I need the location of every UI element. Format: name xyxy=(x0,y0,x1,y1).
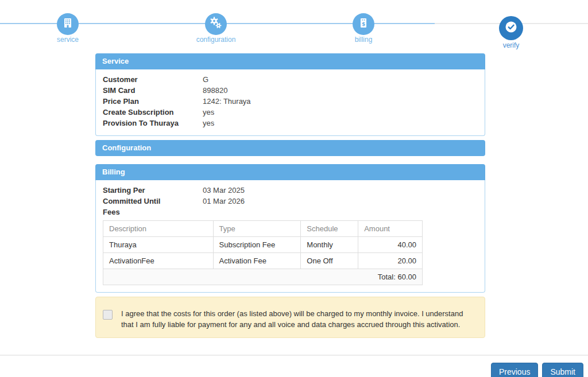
field-label: Price Plan xyxy=(103,96,203,107)
submit-button[interactable]: Submit xyxy=(542,363,583,377)
step-billing[interactable]: $ xyxy=(353,13,374,35)
field-label: Committed Until xyxy=(103,196,203,207)
step-configuration-label[interactable]: configuration xyxy=(176,36,256,44)
gears-icon xyxy=(209,16,223,32)
footer-divider xyxy=(0,355,588,356)
service-row-create-subscription: Create Subscriptionyes xyxy=(103,107,478,118)
fees-total-row: Total: 60.00 xyxy=(103,269,423,285)
invoice-icon: $ xyxy=(357,17,370,32)
field-label: SIM Card xyxy=(103,85,203,96)
field-value: yes xyxy=(203,108,214,116)
previous-button[interactable]: Previous xyxy=(491,363,538,377)
agreement-text: I agree that the costs for this order (a… xyxy=(121,308,475,330)
field-value: 898820 xyxy=(203,86,227,95)
fee-description: Thuraya xyxy=(103,237,214,253)
billing-panel: Billing Starting Per03 Mar 2025 Committe… xyxy=(95,164,485,293)
check-icon xyxy=(503,19,519,37)
fees-header-row: Description Type Schedule Amount xyxy=(103,221,423,237)
service-panel-body: CustomerG SIM Card898820 Price Plan1242:… xyxy=(95,69,485,136)
field-value: 01 Mar 2026 xyxy=(203,197,245,205)
fees-col-type: Type xyxy=(213,221,301,237)
fees-total: Total: 60.00 xyxy=(103,269,423,285)
step-verify[interactable] xyxy=(499,16,523,40)
building-icon xyxy=(61,17,74,32)
field-label: Fees xyxy=(103,207,203,217)
fees-col-description: Description xyxy=(103,221,214,237)
fee-schedule: One Off xyxy=(301,253,358,269)
field-label: Provision To Thuraya xyxy=(103,118,203,129)
fee-amount: 40.00 xyxy=(358,237,423,253)
fees-table: Description Type Schedule Amount Thuraya… xyxy=(103,220,423,285)
field-value: 03 Mar 2025 xyxy=(203,186,245,195)
fee-amount: 20.00 xyxy=(358,253,423,269)
fees-col-amount: Amount xyxy=(358,221,423,237)
step-service-label[interactable]: service xyxy=(28,36,108,44)
field-value: 1242: Thuraya xyxy=(203,97,251,106)
step-configuration[interactable] xyxy=(205,13,227,35)
step-service[interactable] xyxy=(57,13,79,35)
fee-type: Subscription Fee xyxy=(213,237,301,253)
fee-row: ActivationFee Activation Fee One Off 20.… xyxy=(103,253,423,269)
service-row-sim-card: SIM Card898820 xyxy=(103,85,478,96)
svg-text:$: $ xyxy=(362,21,365,27)
field-label: Customer xyxy=(103,74,203,85)
fees-col-schedule: Schedule xyxy=(301,221,358,237)
step-verify-label[interactable]: verify xyxy=(471,41,551,49)
field-label: Create Subscription xyxy=(103,107,203,118)
field-value: G xyxy=(203,75,208,84)
fee-row: Thuraya Subscription Fee Monthly 40.00 xyxy=(103,237,423,253)
service-row-price-plan: Price Plan1242: Thuraya xyxy=(103,96,478,107)
agreement-box: I agree that the costs for this order (a… xyxy=(95,297,485,338)
service-row-customer: CustomerG xyxy=(103,74,478,85)
fee-type: Activation Fee xyxy=(213,253,301,269)
step-billing-label[interactable]: billing xyxy=(323,36,404,44)
service-panel-title: Service xyxy=(95,53,485,69)
billing-row-committed-until: Committed Until01 Mar 2026 xyxy=(103,196,478,207)
service-row-provision-to-thuraya: Provision To Thurayayes xyxy=(103,118,478,129)
billing-panel-body: Starting Per03 Mar 2025 Committed Until0… xyxy=(95,180,485,293)
configuration-panel: Configuration xyxy=(95,140,485,156)
billing-panel-title: Billing xyxy=(95,164,485,180)
billing-row-fees: Fees xyxy=(103,207,478,217)
footer-buttons: Previous Submit xyxy=(491,363,583,377)
service-panel: Service CustomerG SIM Card898820 Price P… xyxy=(95,53,485,136)
field-label: Starting Per xyxy=(103,185,203,196)
field-value: yes xyxy=(203,119,214,127)
configuration-panel-title: Configuration xyxy=(95,140,485,156)
billing-row-starting-per: Starting Per03 Mar 2025 xyxy=(103,185,478,196)
fee-schedule: Monthly xyxy=(301,237,358,253)
agreement-checkbox[interactable] xyxy=(103,310,113,320)
fee-description: ActivationFee xyxy=(103,253,214,269)
